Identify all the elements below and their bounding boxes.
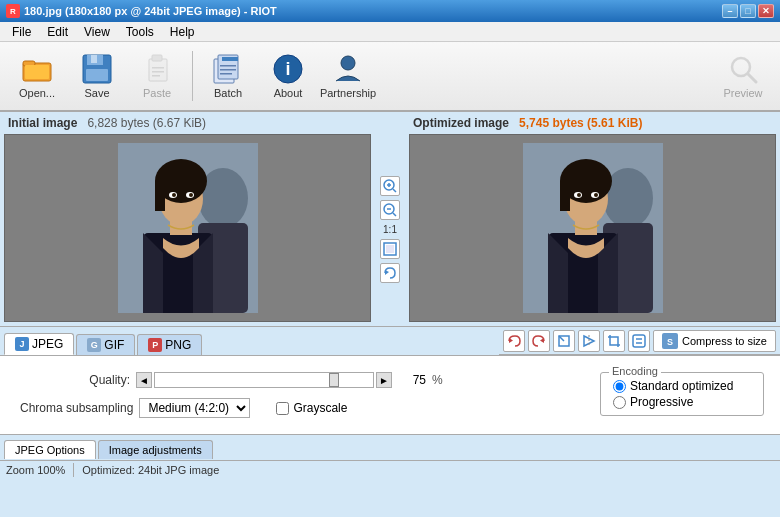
settings-area: Quality: ◄ ► 75 % Chroma subsampling Med… [8,364,772,426]
menu-help[interactable]: Help [162,23,203,41]
preview-label: Preview [723,87,762,99]
grayscale-label[interactable]: Grayscale [293,401,347,415]
zoom-ratio-label: 1:1 [383,224,397,235]
batch-icon [212,53,244,85]
optimized-image-canvas [409,134,776,322]
encoding-label: Encoding [609,365,661,377]
svg-line-41 [393,213,396,216]
crop-button[interactable] [603,330,625,352]
svg-rect-63 [633,335,645,347]
standard-label[interactable]: Standard optimized [630,379,733,393]
title-bar: R 180.jpg (180x180 px @ 24bit JPEG image… [0,0,780,22]
quality-unit: % [432,373,443,387]
status-separator [73,463,74,477]
redo-button[interactable] [528,330,550,352]
menu-view[interactable]: View [76,23,118,41]
batch-button[interactable]: Batch [199,46,257,106]
svg-point-56 [594,193,598,197]
svg-rect-30 [155,181,165,211]
optimized-image-panel: Optimized image 5,745 bytes (5.61 KiB) [405,112,780,326]
tab-image-adjustments[interactable]: Image adjustments [98,440,213,459]
menu-file[interactable]: File [4,23,39,41]
settings-button[interactable] [628,330,650,352]
open-label: Open... [19,87,55,99]
encoding-box: Encoding Standard optimized Progressive [600,372,764,416]
tab-gif[interactable]: G GIF [76,334,135,355]
compress-icon: S [662,333,678,349]
svg-marker-57 [509,338,513,343]
quality-increase-button[interactable]: ► [376,372,392,388]
initial-image-header: Initial image 6,828 bytes (6.67 KiB) [0,112,375,134]
paste-button[interactable]: Paste [128,46,186,106]
zoom-in-button[interactable] [380,176,400,196]
window-controls: – □ ✕ [722,4,774,18]
svg-marker-58 [540,338,544,343]
tab-jpeg[interactable]: J JPEG [4,333,74,355]
menu-tools[interactable]: Tools [118,23,162,41]
about-label: About [274,87,303,99]
tab-png[interactable]: P PNG [137,334,202,355]
zoom-out-button[interactable] [380,200,400,220]
standard-radio-row: Standard optimized [613,379,751,393]
tab-png-label: PNG [165,338,191,352]
quality-slider-track[interactable] [154,372,374,388]
save-button[interactable]: Save [68,46,126,106]
svg-rect-2 [25,65,49,79]
save-label: Save [84,87,109,99]
initial-image-canvas [4,134,371,322]
window-title: 180.jpg (180x180 px @ 24bit JPEG image) … [24,5,277,17]
svg-marker-44 [385,270,389,275]
initial-image-panel: Initial image 6,828 bytes (6.67 KiB) [0,112,375,326]
about-button[interactable]: i About [259,46,317,106]
svg-rect-14 [222,57,238,61]
tab-jpeg-label: JPEG [32,337,63,351]
svg-rect-43 [386,245,394,253]
tab-jpeg-options[interactable]: JPEG Options [4,440,96,459]
svg-rect-9 [152,67,164,69]
quality-slider-control: ◄ ► [136,372,392,388]
open-button[interactable]: Open... [8,46,66,106]
undo-button[interactable] [503,330,525,352]
chroma-select[interactable]: Medium (4:2:0) None (4:4:4) Low (4:1:1) [139,398,250,418]
maximize-button[interactable]: □ [740,4,756,18]
optimized-size: 5,745 bytes (5.61 KiB) [519,116,642,130]
reset-button[interactable] [380,263,400,283]
grayscale-checkbox[interactable] [276,402,289,415]
quality-decrease-button[interactable]: ◄ [136,372,152,388]
fit-button[interactable] [380,239,400,259]
menu-edit[interactable]: Edit [39,23,76,41]
partnership-label: Partnership [320,87,376,99]
preview-button[interactable]: Preview [714,46,772,106]
jpeg-icon: J [15,337,29,351]
status-bar: Zoom 100% Optimized: 24bit JPG image [0,460,780,478]
settings-left: Quality: ◄ ► 75 % Chroma subsampling Med… [8,364,572,426]
flip-button[interactable] [578,330,600,352]
progressive-label[interactable]: Progressive [630,395,693,409]
progressive-radio[interactable] [613,396,626,409]
png-icon: P [148,338,162,352]
svg-rect-6 [86,69,108,81]
rotate-left-button[interactable] [553,330,575,352]
quality-slider-thumb[interactable] [329,373,339,387]
minimize-button[interactable]: – [722,4,738,18]
svg-rect-7 [149,59,167,81]
svg-text:S: S [667,337,673,347]
close-button[interactable]: ✕ [758,4,774,18]
quality-label: Quality: [20,373,130,387]
gif-icon: G [87,338,101,352]
toolbar-separator-1 [192,51,193,101]
format-options-bar: J JPEG G GIF P PNG S [0,327,780,356]
svg-point-20 [341,56,355,70]
svg-rect-52 [560,181,570,211]
tab-gif-label: GIF [104,338,124,352]
svg-rect-11 [152,75,160,77]
optimized-photo [523,143,663,313]
paste-label: Paste [143,87,171,99]
compress-to-size-button[interactable]: S Compress to size [653,330,776,352]
initial-label: Initial image [8,116,77,130]
partnership-button[interactable]: Partnership [319,46,377,106]
svg-point-34 [189,193,193,197]
svg-rect-10 [152,71,164,73]
standard-radio[interactable] [613,380,626,393]
preview-area: Initial image 6,828 bytes (6.67 KiB) [0,112,780,327]
